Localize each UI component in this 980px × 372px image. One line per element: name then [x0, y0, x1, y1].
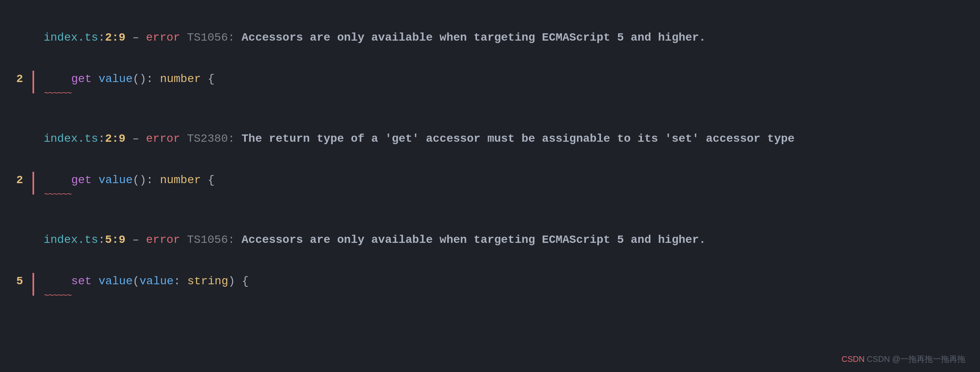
error-line-3: index.ts:5:9 – error TS1056: Accessors a… — [16, 214, 964, 266]
watermark-author: CSDN @一拖再拖一拖再拖 — [867, 355, 965, 363]
error-code-1: TS1056: — [187, 31, 235, 44]
line-col-2: 2:9 — [105, 132, 125, 145]
squiggle-line-2: ~~~~~~ — [44, 190, 215, 200]
fn-value-3: value — [98, 275, 132, 288]
squiggle-3: ~~~~~~ — [44, 291, 71, 301]
code-block-2: 2 get value(): number { ~~~~~~ — [16, 172, 964, 200]
param-value-3: value — [139, 275, 173, 288]
error-keyword-1: error — [146, 31, 180, 44]
error-block-2: index.ts:2:9 – error TS2380: The return … — [16, 113, 964, 200]
fn-value-1: value — [98, 73, 132, 85]
type-number-2: number — [160, 174, 201, 186]
type-number-1: number — [160, 73, 201, 85]
squiggle-line-3: ~~~~~~ — [44, 291, 249, 301]
watermark-csdn: CSDN — [841, 355, 865, 363]
error-code-2: TS2380: — [187, 132, 235, 145]
file-ref-3: index.ts — [43, 234, 98, 246]
keyword-get-2: get — [71, 174, 91, 186]
code-block-3: 5 set value(value: string) { ~~~~~~ — [16, 273, 964, 301]
line-bar-1 — [33, 71, 34, 93]
line-col-3: 5:9 — [105, 234, 125, 246]
line-number-3: 5 — [16, 273, 31, 290]
file-ref-2: index.ts — [43, 132, 98, 145]
error-line-1: index.ts:2:9 – error TS1056: Accessors a… — [16, 12, 964, 63]
code-content-3: set value(value: string) { — [44, 273, 249, 290]
line-bar-3 — [33, 273, 34, 296]
watermark: CSDN CSDN @一拖再拖一拖再拖 — [841, 354, 965, 365]
keyword-get-1: get — [71, 73, 91, 85]
error-msg-1: Accessors are only available when target… — [235, 31, 706, 44]
file-ref-1: index.ts — [43, 31, 98, 44]
fn-value-2: value — [98, 174, 132, 186]
code-content-1: get value(): number { — [44, 71, 215, 88]
colon-1: : — [98, 31, 105, 44]
error-block-1: index.ts:2:9 – error TS1056: Accessors a… — [16, 12, 964, 99]
squiggle-1: ~~~~~~ — [44, 89, 71, 99]
squiggle-line-1: ~~~~~~ — [44, 89, 215, 99]
error-line-2: index.ts:2:9 – error TS2380: The return … — [16, 113, 964, 164]
type-string-3: string — [187, 275, 228, 288]
code-wrapper-3: set value(value: string) { ~~~~~~ — [44, 273, 249, 301]
code-content-2: get value(): number { — [44, 172, 215, 189]
line-bar-2 — [33, 172, 34, 195]
error-code-3: TS1056: — [187, 234, 235, 246]
error-block-3: index.ts:5:9 – error TS1056: Accessors a… — [16, 214, 964, 301]
error-keyword-2: error — [146, 132, 180, 145]
code-wrapper-1: get value(): number { ~~~~~~ — [44, 71, 215, 99]
line-col-1: 2:9 — [105, 31, 125, 44]
error-msg-2: The return type of a 'get' accessor must… — [235, 132, 795, 145]
squiggle-2: ~~~~~~ — [44, 190, 71, 200]
line-number-1: 2 — [16, 71, 31, 88]
keyword-set-3: set — [71, 275, 91, 288]
error-msg-3: Accessors are only available when target… — [235, 234, 706, 246]
code-block-1: 2 get value(): number { ~~~~~~ — [16, 71, 964, 99]
code-wrapper-2: get value(): number { ~~~~~~ — [44, 172, 215, 200]
error-keyword-3: error — [146, 234, 180, 246]
line-number-2: 2 — [16, 172, 31, 189]
